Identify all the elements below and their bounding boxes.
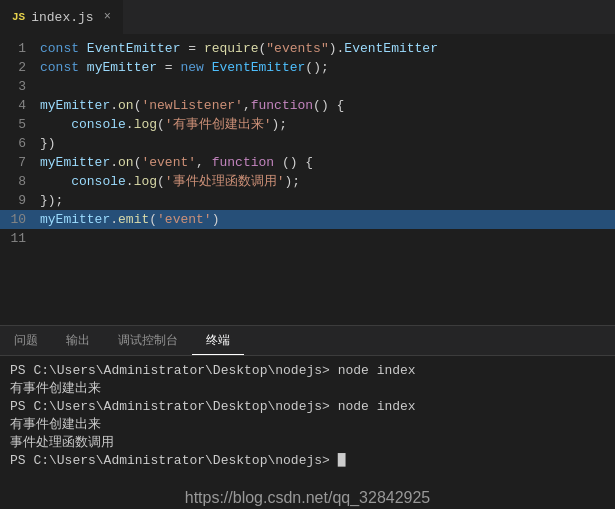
editor-line-3: 3: [0, 77, 615, 96]
tab-index-js[interactable]: JS index.js ×: [0, 0, 124, 34]
line-content: const myEmitter = new EventEmitter();: [36, 58, 615, 77]
line-content: }): [36, 134, 615, 153]
line-content: myEmitter.on('event', function () {: [36, 153, 615, 172]
editor-line-8: 8 console.log('事件处理函数调用');: [0, 172, 615, 191]
terminal-line: 有事件创建出来: [10, 380, 605, 398]
line-number: 5: [0, 115, 36, 134]
terminal-line: 有事件创建出来: [10, 416, 605, 434]
line-content: console.log('有事件创建出来');: [36, 115, 615, 134]
terminal-line: PS C:\Users\Administrator\Desktop\nodejs…: [10, 362, 605, 380]
editor-line-9: 9});: [0, 191, 615, 210]
terminal-line: PS C:\Users\Administrator\Desktop\nodejs…: [10, 452, 605, 470]
editor-line-4: 4myEmitter.on('newListener',function() {: [0, 96, 615, 115]
line-number: 8: [0, 172, 36, 191]
line-number: 2: [0, 58, 36, 77]
line-number: 11: [0, 229, 36, 248]
editor-line-1: 1const EventEmitter = require("events").…: [0, 39, 615, 58]
line-content: console.log('事件处理函数调用');: [36, 172, 615, 191]
line-number: 6: [0, 134, 36, 153]
editor: 1const EventEmitter = require("events").…: [0, 35, 615, 325]
watermark: https://blog.csdn.net/qq_32842925: [0, 489, 615, 507]
line-number: 10: [0, 210, 36, 229]
bottom-panel: 问题输出调试控制台终端 PS C:\Users\Administrator\De…: [0, 325, 615, 509]
panel-tab-问题[interactable]: 问题: [0, 326, 52, 355]
editor-line-2: 2const myEmitter = new EventEmitter();: [0, 58, 615, 77]
line-number: 3: [0, 77, 36, 96]
tab-bar: JS index.js ×: [0, 0, 615, 35]
line-content: const EventEmitter = require("events").E…: [36, 39, 615, 58]
editor-line-7: 7myEmitter.on('event', function () {: [0, 153, 615, 172]
line-number: 4: [0, 96, 36, 115]
line-number: 7: [0, 153, 36, 172]
panel-tabs: 问题输出调试控制台终端: [0, 326, 615, 356]
editor-line-6: 6}): [0, 134, 615, 153]
line-content: myEmitter.on('newListener',function() {: [36, 96, 615, 115]
js-icon: JS: [12, 11, 25, 23]
editor-line-10: 10myEmitter.emit('event'): [0, 210, 615, 229]
panel-tab-输出[interactable]: 输出: [52, 326, 104, 355]
editor-line-5: 5 console.log('有事件创建出来');: [0, 115, 615, 134]
terminal-line: 事件处理函数调用: [10, 434, 605, 452]
tab-filename: index.js: [31, 10, 93, 25]
panel-tab-调试控制台[interactable]: 调试控制台: [104, 326, 192, 355]
editor-line-11: 11: [0, 229, 615, 248]
terminal[interactable]: PS C:\Users\Administrator\Desktop\nodejs…: [0, 356, 615, 509]
line-content: myEmitter.emit('event'): [36, 210, 615, 229]
panel-tab-终端[interactable]: 终端: [192, 326, 244, 355]
line-number: 1: [0, 39, 36, 58]
line-content: });: [36, 191, 615, 210]
close-icon[interactable]: ×: [104, 10, 111, 24]
terminal-line: PS C:\Users\Administrator\Desktop\nodejs…: [10, 398, 605, 416]
line-number: 9: [0, 191, 36, 210]
